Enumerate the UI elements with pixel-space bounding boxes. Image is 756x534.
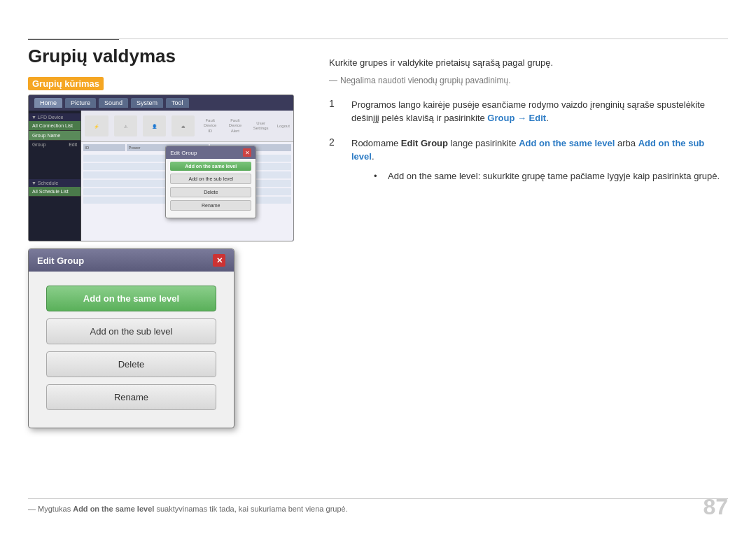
bullet-text: Add on the same level: sukurkite grupę t…: [388, 169, 720, 183]
intro-text: Kurkite grupes ir valdykite prietaisų są…: [329, 56, 728, 70]
page-title: Grupių valdymas: [28, 45, 176, 67]
screen-tab-picture: Picture: [65, 98, 96, 108]
screenshot-top: Home Picture Sound System Tool ▼ LFD Dev…: [28, 94, 294, 241]
bullet-item-1: • Add on the same level: sukurkite grupę…: [374, 169, 728, 183]
bottom-note: — Mygtukas Add on the same level suaktyv…: [28, 498, 728, 513]
step-1-text: Programos lango kairėje pusėje esančiame…: [351, 98, 728, 125]
screen-titlebar: Home Picture Sound System Tool: [29, 95, 293, 111]
dialog-btn-add-sub-level[interactable]: Add on the sub level: [46, 318, 216, 344]
popup-btn-add-same-small: Add on the same level: [170, 162, 251, 171]
top-line: [28, 38, 728, 39]
panel-item-group: Group Name: [29, 131, 80, 141]
step-2-container: 2 Rodomame Edit Group lange pasirinkite …: [329, 136, 728, 188]
popup-btn-add-sub-small: Add on the sub level: [170, 174, 251, 184]
dialog-close-button[interactable]: ✕: [213, 254, 225, 267]
step-2-number: 2: [329, 136, 342, 188]
col-id: ID: [83, 144, 125, 151]
screen-body: ▼ LFD Device All Connection List Group N…: [29, 111, 293, 241]
bullet-dot: •: [374, 169, 382, 183]
step-2-bold1: Edit Group: [401, 138, 448, 148]
note-dash: —: [329, 76, 337, 85]
panel-item-all-connection: All Connection List: [29, 121, 80, 131]
dialog-btn-delete[interactable]: Delete: [46, 351, 216, 377]
note-content: Negalima naudoti vienodų grupių pavadini…: [340, 76, 511, 85]
step-1-link: Group → Edit: [487, 113, 546, 123]
edit-group-dialog[interactable]: Edit Group ✕ Add on the same level Add o…: [28, 248, 234, 428]
panel-header-schedule: ▼ Schedule: [29, 179, 80, 187]
popup-btn-delete-small: Delete: [170, 187, 251, 197]
screen-tab-system: System: [131, 98, 163, 108]
left-column: Home Picture Sound System Tool ▼ LFD Dev…: [28, 94, 322, 255]
screen-toolbar: ⚡ ⚠ 👤 ⏏ Fault DeviceID Fault DeviceAlert…: [81, 111, 293, 142]
screen-content: ⚡ ⚠ 👤 ⏏ Fault DeviceID Fault DeviceAlert…: [81, 111, 293, 241]
step-2-text-block: Rodomame Edit Group lange pasirinkite Ad…: [351, 136, 728, 188]
step-1-container: 1 Programos lango kairėje pusėje esančia…: [329, 98, 728, 125]
right-column: Kurkite grupes ir valdykite prietaisų są…: [329, 56, 728, 198]
step-2-link1: Add on the same level: [519, 138, 615, 148]
step-1-number: 1: [329, 98, 342, 125]
page-number: 87: [703, 494, 728, 520]
popup-title-label: Edit Group: [170, 150, 197, 156]
dialog-titlebar: Edit Group ✕: [29, 249, 234, 272]
dialog-btn-add-same-level[interactable]: Add on the same level: [46, 286, 216, 311]
bullet-list: • Add on the same level: sukurkite grupę…: [374, 169, 728, 183]
panel-item-schedule-list: All Schedule List: [29, 187, 80, 197]
screen-left-panel: ▼ LFD Device All Connection List Group N…: [29, 111, 81, 241]
dialog-body: Add on the same level Add on the sub lev…: [29, 272, 234, 428]
step-2-text: Rodomame Edit Group lange pasirinkite Ad…: [351, 138, 704, 162]
popup-btn-rename-small: Rename: [170, 200, 251, 211]
screen-tab-tool: Tool: [166, 98, 189, 108]
panel-header-lfd: ▼ LFD Device: [29, 113, 80, 121]
dialog-btn-rename[interactable]: Rename: [46, 384, 216, 410]
note-text: — Negalima naudoti vienodų grupių pavadi…: [329, 76, 728, 85]
bullet-link: Add on the same level: [388, 171, 478, 181]
dialog-title: Edit Group: [37, 255, 84, 266]
section-label: Grupių kūrimas: [28, 77, 104, 90]
popup-title-small: Edit Group ✕: [166, 146, 255, 159]
screen-tab-sound: Sound: [99, 98, 128, 108]
edit-group-popup-small: Edit Group ✕ Add on the same level Add o…: [165, 146, 256, 218]
screen-tab-home: Home: [34, 98, 62, 108]
popup-close-small: ✕: [243, 148, 251, 157]
bottom-note-text: — Mygtukas Add on the same level suaktyv…: [28, 505, 728, 513]
